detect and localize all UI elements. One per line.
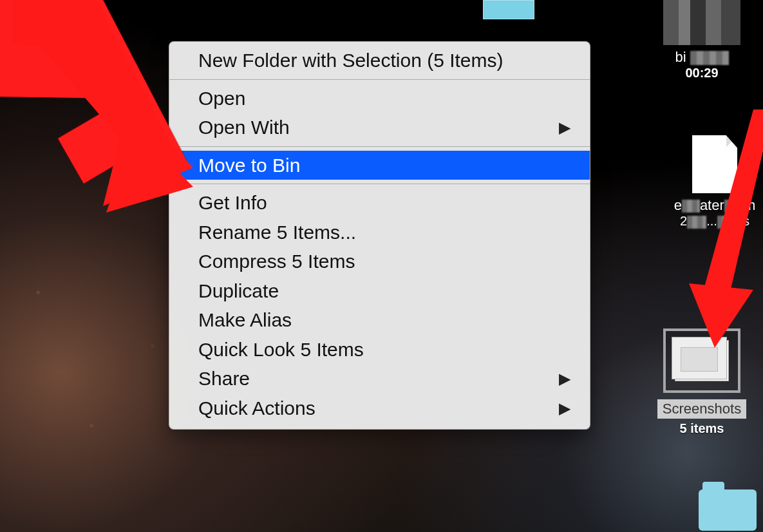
desktop-item-video[interactable]: bi 00:29 bbox=[657, 0, 747, 81]
desktop-item-label: eaterom bbox=[670, 197, 760, 214]
menu-item-label: Share bbox=[198, 368, 250, 389]
menu-item-quick-actions[interactable]: Quick Actions ▶ bbox=[169, 394, 590, 423]
menu-item-new-folder-with-selection[interactable]: New Folder with Selection (5 Items) bbox=[169, 46, 590, 75]
menu-item-label: Rename 5 Items... bbox=[198, 222, 356, 243]
menu-item-move-to-bin[interactable]: Move to Bin bbox=[169, 151, 590, 180]
desktop-item-label: bi bbox=[672, 49, 731, 66]
menu-item-label: Duplicate bbox=[198, 281, 279, 301]
menu-item-rename[interactable]: Rename 5 Items... bbox=[169, 218, 590, 247]
desktop-item-sublabel: 2...ss bbox=[670, 214, 760, 229]
menu-item-share[interactable]: Share ▶ bbox=[169, 364, 590, 394]
chevron-right-icon: ▶ bbox=[559, 400, 570, 416]
chevron-right-icon: ▶ bbox=[559, 370, 570, 386]
desktop-item-screenshots-stack[interactable]: Screenshots 5 items bbox=[644, 328, 760, 436]
folder-icon[interactable] bbox=[483, 0, 534, 19]
menu-item-label: Open bbox=[198, 88, 245, 109]
menu-item-open[interactable]: Open bbox=[169, 84, 590, 113]
menu-item-label: Quick Look 5 Items bbox=[198, 339, 364, 360]
menu-item-label: Make Alias bbox=[198, 310, 292, 330]
menu-item-compress[interactable]: Compress 5 Items bbox=[169, 247, 590, 276]
folder-icon bbox=[699, 489, 757, 531]
document-icon bbox=[692, 135, 737, 193]
desktop-item-label: Screenshots bbox=[657, 399, 746, 419]
menu-item-label: Quick Actions bbox=[198, 398, 316, 419]
menu-item-quick-look[interactable]: Quick Look 5 Items bbox=[169, 335, 590, 365]
menu-separator bbox=[169, 79, 590, 80]
menu-item-label: Move to Bin bbox=[198, 155, 300, 176]
menu-item-make-alias[interactable]: Make Alias bbox=[169, 305, 590, 335]
menu-separator bbox=[169, 184, 590, 184]
menu-item-open-with[interactable]: Open With ▶ bbox=[169, 113, 590, 142]
video-thumbnail-icon bbox=[663, 0, 740, 45]
desktop-item-duration: 00:29 bbox=[657, 66, 747, 81]
stack-icon bbox=[663, 328, 740, 393]
desktop-item-count: 5 items bbox=[644, 421, 760, 436]
menu-item-label: Compress 5 Items bbox=[198, 251, 355, 272]
menu-separator bbox=[169, 146, 590, 147]
menu-item-label: Open With bbox=[198, 117, 290, 138]
menu-item-duplicate[interactable]: Duplicate bbox=[169, 276, 590, 306]
menu-item-label: Get Info bbox=[198, 193, 267, 213]
menu-item-label: New Folder with Selection (5 Items) bbox=[198, 50, 504, 71]
desktop-item-folder[interactable] bbox=[683, 489, 763, 531]
desktop-item-document[interactable]: eaterom 2...ss bbox=[670, 135, 760, 229]
chevron-right-icon: ▶ bbox=[559, 119, 570, 135]
context-menu: New Folder with Selection (5 Items) Open… bbox=[169, 41, 590, 430]
menu-item-get-info[interactable]: Get Info bbox=[169, 188, 590, 218]
